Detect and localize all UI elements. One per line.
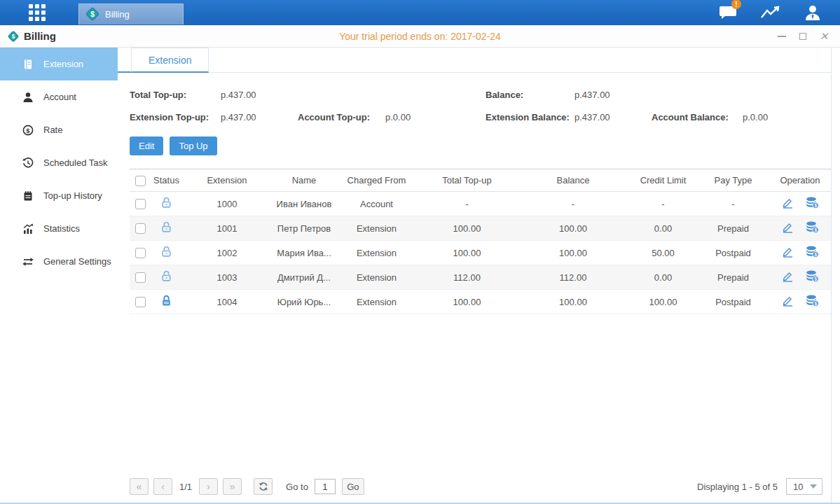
next-page-button[interactable]: ›: [199, 478, 218, 495]
column-credit-limit: Credit Limit: [629, 169, 697, 192]
svg-text:$: $: [90, 10, 95, 18]
row-checkbox[interactable]: [135, 297, 146, 307]
account-topup-label: Account Top-up:: [298, 112, 385, 122]
status-lock-icon[interactable]: [160, 274, 172, 284]
credit-limit-cell: 50.00: [629, 241, 697, 265]
go-button[interactable]: Go: [342, 478, 364, 495]
maximize-button[interactable]: [798, 31, 808, 41]
sidebar-item-general-settings[interactable]: General Settings: [0, 245, 118, 278]
displaying-info: Displaying 1 - 5 of 5: [697, 482, 778, 492]
ledger-icon: [22, 59, 34, 70]
first-page-button[interactable]: «: [130, 478, 149, 495]
credit-limit-cell: 0.00: [629, 265, 697, 290]
account-topup-value: p.0.00: [385, 112, 486, 122]
main-content: Extension Total Top-up: p.437.00 Balance…: [118, 48, 832, 503]
extension-balance-label: Extension Balance:: [486, 112, 574, 122]
row-edit-icon[interactable]: [781, 197, 794, 211]
status-lock-icon[interactable]: [160, 200, 172, 211]
column-balance: Balance: [517, 169, 629, 192]
extension-topup-value: p.437.00: [221, 112, 298, 122]
row-topup-icon[interactable]: $: [806, 246, 819, 260]
charged-from-cell: Account: [336, 192, 417, 216]
close-button[interactable]: ✕: [819, 31, 829, 41]
top-up-button[interactable]: Top Up: [170, 136, 216, 155]
select-all-checkbox[interactable]: [135, 176, 146, 186]
svg-text:$: $: [26, 126, 30, 134]
last-page-button[interactable]: »: [223, 478, 242, 495]
sidebar-item-scheduled-task[interactable]: Scheduled Task: [0, 146, 118, 179]
column-operation: Operation: [769, 169, 831, 192]
sidebar-item-label: Scheduled Task: [43, 158, 108, 168]
column-charged-from: Charged From: [336, 169, 417, 192]
extension-cell: 1002: [182, 241, 272, 265]
table-row: 1003 Дмитрий Д... Extension 112.00 112.0…: [130, 265, 831, 290]
chevron-down-icon: [810, 484, 817, 489]
balance-cell: 112.00: [517, 265, 629, 290]
prev-page-button[interactable]: ‹: [153, 478, 172, 495]
extension-balance-value: p.437.00: [574, 112, 652, 122]
column-extension: Extension: [182, 169, 272, 192]
account-balance-label: Account Balance:: [652, 112, 743, 122]
minimize-button[interactable]: [777, 31, 787, 41]
status-lock-icon[interactable]: [160, 249, 172, 260]
edit-button[interactable]: Edit: [130, 136, 163, 155]
pay-type-cell: Postpaid: [697, 241, 769, 265]
row-topup-icon[interactable]: $: [806, 197, 819, 211]
sidebar-item-label: Statistics: [43, 223, 80, 234]
billing-logo-icon: $: [7, 30, 20, 43]
goto-label: Go to: [286, 482, 308, 492]
trend-chart-icon: [760, 5, 781, 20]
pay-type-cell: Postpaid: [697, 290, 769, 314]
page-size-select[interactable]: 10: [786, 478, 822, 495]
charged-from-cell: Extension: [336, 216, 417, 241]
row-edit-icon[interactable]: [781, 270, 794, 284]
sidebar-item-topup-history[interactable]: Top-up History: [0, 179, 118, 212]
stats-icon: [22, 223, 34, 234]
extension-cell: 1000: [182, 192, 272, 216]
goto-page-input[interactable]: [315, 479, 336, 494]
column-total-topup: Total Top-up: [417, 169, 517, 192]
window-title: Billing: [24, 30, 56, 42]
refresh-icon: [259, 482, 268, 491]
status-lock-icon[interactable]: [160, 298, 172, 309]
total-topup-label: Total Top-up:: [130, 90, 221, 100]
refresh-button[interactable]: [254, 478, 273, 495]
total-topup-cell: 112.00: [417, 265, 517, 290]
notifications-button[interactable]: !: [714, 2, 743, 23]
sidebar-item-account[interactable]: Account: [0, 80, 118, 113]
notepad-icon: [22, 190, 34, 202]
reports-button[interactable]: [756, 2, 785, 23]
row-edit-icon[interactable]: [781, 221, 794, 235]
extension-topup-label: Extension Top-up:: [130, 112, 221, 122]
taskbar-tab-label: Billing: [105, 9, 130, 20]
row-topup-icon[interactable]: $: [806, 295, 819, 309]
notification-badge: !: [731, 0, 741, 9]
sidebar-item-extension[interactable]: Extension: [0, 48, 118, 80]
sidebar-item-label: Top-up History: [43, 190, 102, 201]
column-name: Name: [272, 169, 336, 192]
status-lock-icon[interactable]: [160, 225, 172, 235]
account-balance-value: p.0.00: [743, 112, 824, 122]
row-checkbox[interactable]: [135, 248, 146, 258]
sidebar-item-label: Account: [43, 92, 76, 102]
app-launcher-icon[interactable]: [25, 3, 49, 22]
tab-extension[interactable]: Extension: [131, 48, 209, 73]
row-edit-icon[interactable]: [781, 295, 794, 309]
pay-type-cell: Prepaid: [697, 216, 769, 241]
taskbar-billing-tab[interactable]: $ Billing: [78, 4, 184, 24]
row-checkbox[interactable]: [135, 199, 146, 209]
row-topup-icon[interactable]: $: [806, 221, 819, 235]
sidebar-item-rate[interactable]: $ Rate: [0, 113, 118, 146]
column-status: Status: [151, 169, 182, 192]
user-account-button[interactable]: [798, 2, 827, 23]
name-cell: Мария Ива...: [272, 241, 336, 265]
credit-limit-cell: 0.00: [629, 216, 697, 241]
row-checkbox[interactable]: [135, 223, 146, 234]
pay-type-cell: -: [697, 192, 769, 216]
row-edit-icon[interactable]: [781, 246, 794, 260]
row-topup-icon[interactable]: $: [806, 270, 819, 284]
row-checkbox[interactable]: [135, 272, 146, 283]
name-cell: Дмитрий Д...: [272, 265, 336, 290]
sidebar-item-statistics[interactable]: Statistics: [0, 212, 118, 245]
grid-icon: [28, 4, 46, 22]
